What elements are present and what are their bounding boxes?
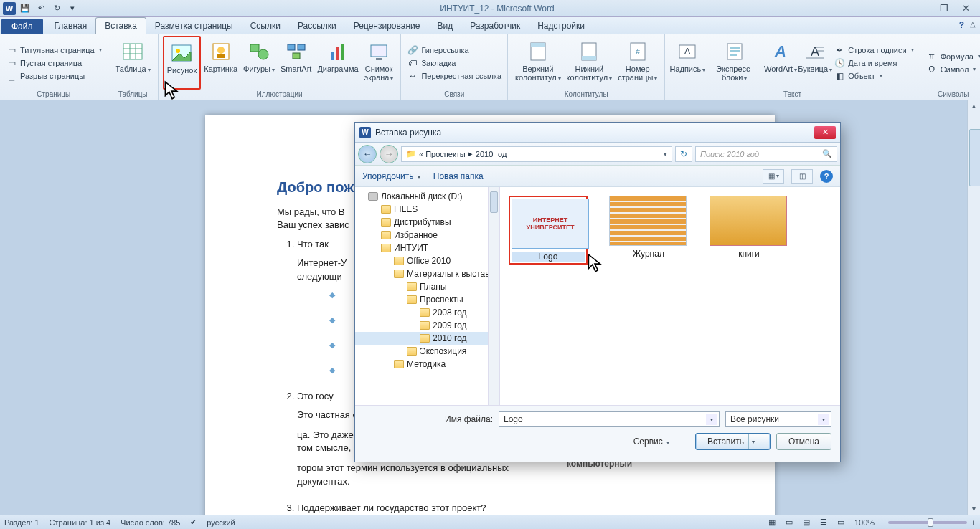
tree-node-disk[interactable]: Локальный диск (D:): [355, 190, 499, 203]
tab-insert[interactable]: Вставка: [95, 17, 146, 34]
page-break-button[interactable]: ⎯Разрыв страницы: [6, 70, 102, 82]
file-item-journal[interactable]: Журнал: [609, 196, 688, 259]
shapes-button[interactable]: Фигуры▾: [240, 36, 278, 90]
search-input[interactable]: Поиск: 2010 год 🔍: [695, 146, 837, 162]
table-button[interactable]: Таблица▾: [113, 36, 154, 90]
file-item-books[interactable]: книги: [710, 196, 788, 259]
dropcap-button[interactable]: A Буквица▾: [798, 36, 832, 90]
view-web-icon[interactable]: ▤: [803, 518, 810, 527]
insert-split-dropdown-icon[interactable]: ▾: [748, 434, 758, 449]
folder-tree[interactable]: Локальный диск (D:) FILES Дистрибутивы И…: [355, 187, 500, 405]
tree-node-2008[interactable]: 2008 год: [355, 306, 499, 319]
crossref-button[interactable]: ↔Перекрестная ссылка: [407, 70, 501, 82]
view-outline-icon[interactable]: ☰: [820, 518, 827, 527]
object-button[interactable]: ◧Объект▾: [834, 70, 913, 82]
tab-page-layout[interactable]: Разметка страницы: [146, 18, 242, 34]
status-page[interactable]: Страница: 1 из 4: [50, 518, 111, 527]
preview-pane-button[interactable]: ◫: [791, 169, 813, 184]
breadcrumb[interactable]: 📁 « Проспекты ▸ 2010 год ▾: [401, 146, 672, 162]
tree-node-files[interactable]: FILES: [355, 203, 499, 216]
zoom-out-button[interactable]: −: [879, 518, 883, 527]
tree-node-materials[interactable]: Материалы к выстав: [355, 267, 499, 280]
tree-node-2010[interactable]: 2010 год: [355, 332, 499, 345]
insert-button[interactable]: Вставить▾: [695, 433, 771, 450]
chart-button[interactable]: Диаграмма: [314, 36, 361, 90]
redo-icon[interactable]: ↻: [50, 2, 63, 15]
status-section[interactable]: Раздел: 1: [4, 518, 39, 527]
page-number-button[interactable]: # Номерстраницы▾: [615, 36, 660, 90]
tree-node-office[interactable]: Office 2010: [355, 254, 499, 267]
vertical-scrollbar[interactable]: ▲ ▼: [967, 100, 980, 515]
picture-button[interactable]: Рисунок: [163, 36, 202, 90]
tools-button[interactable]: Сервис ▾: [633, 437, 669, 447]
tab-addins[interactable]: Надстройки: [529, 18, 593, 34]
tab-home[interactable]: Главная: [46, 18, 96, 34]
zoom-in-button[interactable]: +: [971, 518, 976, 527]
organize-button[interactable]: Упорядочить ▾: [362, 171, 420, 181]
wordart-button[interactable]: A WordArt▾: [763, 36, 798, 90]
ribbon-minimize-icon[interactable]: △: [970, 20, 976, 28]
zoom-thumb[interactable]: [928, 518, 933, 527]
view-fullscreen-icon[interactable]: ▭: [786, 518, 793, 527]
tree-node-2009[interactable]: 2009 год: [355, 319, 499, 332]
qat-dropdown-icon[interactable]: ▾: [66, 2, 79, 15]
filter-dropdown-icon[interactable]: ▾: [818, 414, 829, 425]
save-icon[interactable]: 💾: [19, 2, 32, 15]
signature-line-button[interactable]: ✒Строка подписи▾: [834, 44, 913, 57]
status-words[interactable]: Число слов: 785: [121, 518, 180, 527]
tab-mailings[interactable]: Рассылки: [289, 18, 345, 34]
new-folder-button[interactable]: Новая папка: [433, 171, 484, 181]
refresh-button[interactable]: ↻: [675, 146, 692, 162]
tree-node-intuit[interactable]: ИНТУИТ: [355, 242, 499, 254]
filter-combo[interactable]: Все рисунки▾: [725, 411, 831, 427]
blank-page-button[interactable]: ▭Пустая страница: [6, 57, 102, 70]
status-proofing-icon[interactable]: ✔: [190, 518, 197, 527]
status-language[interactable]: русский: [207, 518, 235, 527]
cover-page-button[interactable]: ▭Титульная страница▾: [6, 44, 102, 57]
minimize-icon[interactable]: ―: [915, 3, 930, 14]
screenshot-button[interactable]: Снимокэкрана▾: [362, 36, 397, 90]
smartart-button[interactable]: SmartArt: [278, 36, 314, 90]
dialog-help-icon[interactable]: ?: [820, 170, 833, 183]
file-pane[interactable]: ИНТЕРНЕТ УНИВЕРСИТЕТ Logo Журнал книги: [500, 187, 840, 405]
view-draft-icon[interactable]: ▭: [837, 518, 844, 527]
file-tab[interactable]: Файл: [1, 19, 43, 34]
restore-icon[interactable]: ❐: [937, 3, 951, 14]
clipart-button[interactable]: Картинка: [201, 36, 240, 90]
filename-dropdown-icon[interactable]: ▾: [706, 414, 717, 425]
nav-forward-button[interactable]: →: [380, 145, 398, 163]
breadcrumb-dropdown-icon[interactable]: ▾: [664, 151, 667, 158]
symbol-button[interactable]: ΩСимвол▾: [926, 63, 980, 76]
tab-view[interactable]: Вид: [428, 18, 461, 34]
scroll-up-icon[interactable]: ▲: [968, 100, 980, 112]
cancel-button[interactable]: Отмена: [776, 433, 831, 450]
close-icon[interactable]: ✕: [958, 3, 973, 14]
filename-input[interactable]: Logo▾: [499, 411, 720, 427]
file-item-logo[interactable]: ИНТЕРНЕТ УНИВЕРСИТЕТ Logo: [509, 196, 588, 264]
help-icon[interactable]: ?: [959, 20, 964, 30]
quickparts-button[interactable]: Экспресс-блоки▾: [705, 36, 763, 90]
tree-node-prospects[interactable]: Проспекты: [355, 293, 499, 306]
header-button[interactable]: Верхнийколонтитул▾: [512, 36, 564, 90]
tab-references[interactable]: Ссылки: [242, 18, 289, 34]
tree-node-distrib[interactable]: Дистрибутивы: [355, 216, 499, 229]
scroll-down-icon[interactable]: ▼: [968, 503, 980, 515]
zoom-value[interactable]: 100%: [854, 518, 875, 527]
tree-scroll-thumb[interactable]: [490, 191, 498, 213]
view-mode-button[interactable]: ▦ ▾: [763, 169, 784, 184]
tree-node-expo[interactable]: Экспозиция: [355, 345, 499, 358]
dialog-close-button[interactable]: ✕: [814, 126, 836, 139]
footer-button[interactable]: Нижнийколонтитул▾: [564, 36, 616, 90]
tree-node-fav[interactable]: Избранное: [355, 229, 499, 242]
datetime-button[interactable]: 🕓Дата и время: [834, 57, 913, 70]
zoom-slider[interactable]: [888, 521, 967, 524]
tab-developer[interactable]: Разработчик: [461, 18, 529, 34]
bookmark-button[interactable]: 🏷Закладка: [407, 57, 501, 70]
nav-back-button[interactable]: ←: [358, 145, 377, 163]
tree-node-plans[interactable]: Планы: [355, 280, 499, 293]
equation-button[interactable]: πФормула▾: [926, 50, 980, 63]
scroll-thumb[interactable]: [969, 129, 980, 186]
tree-node-method[interactable]: Методика: [355, 358, 499, 371]
view-print-layout-icon[interactable]: ▦: [768, 518, 776, 527]
tab-review[interactable]: Рецензирование: [345, 18, 429, 34]
